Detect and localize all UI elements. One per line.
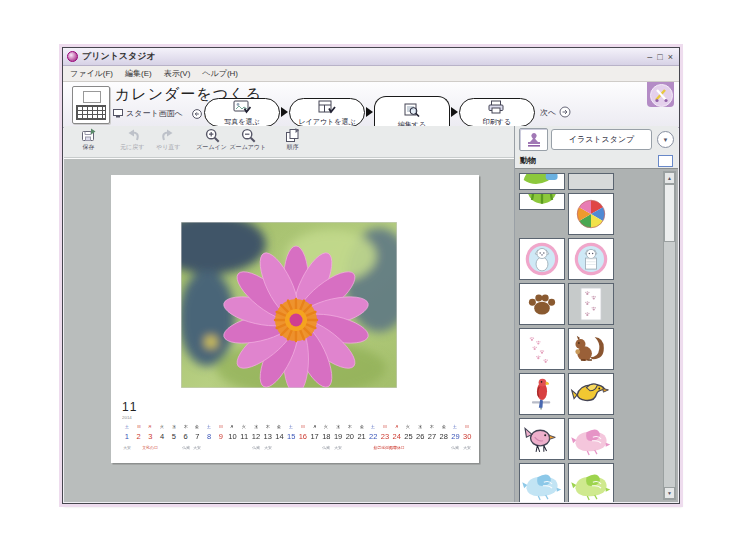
close-button[interactable]: × [668,52,673,62]
calendar-day-9: 日9 [215,424,227,458]
step-arrow-icon [281,107,288,117]
stamp-type-dropdown[interactable]: イラストスタンプ [551,129,652,150]
order-button[interactable]: 順序 [276,128,308,152]
menu-item-2[interactable]: 表示(V) [164,68,191,79]
category-list-button[interactable] [658,155,673,167]
step-layout[interactable]: レイアウトを選ぶ [289,98,365,127]
stamp-type-dropdown-button[interactable]: ▼ [657,131,674,148]
stamp-icon [526,132,542,148]
save-icon [81,128,96,143]
next-button[interactable]: 次へ [540,106,571,118]
stamp-category-label: 動物 [520,155,536,166]
redo-button: やり直す [152,128,184,152]
step-photo[interactable]: 写真を選ぶ [204,98,280,127]
calendar-day-17: 月17 [309,424,321,458]
next-circle-arrow-icon [559,106,571,118]
step-arrow-icon [366,107,373,117]
stamp-partial-wing[interactable] [519,173,565,190]
calendar-day-27: 木27 [426,424,438,458]
calendar-day-25: 火25 [403,424,415,458]
stamp-squirrel[interactable] [568,328,614,370]
zoomout-button[interactable]: ズームアウト [232,128,264,152]
title-bar[interactable]: プリントスタジオ – □ × [63,48,679,66]
calendar-day-15: 土15 [285,424,297,458]
calendar-day-29: 土29仏滅 [450,424,462,458]
calendar-page[interactable]: 11 2014 土1大安日2月3文化の日火4水5木6仏滅金7大安土8日9月10火… [111,175,479,463]
scroll-down-button[interactable]: ▼ [664,487,675,499]
calendar-day-21: 金21 [356,424,368,458]
zoomin-button[interactable]: ズームイン [196,128,228,152]
stamp-paw-trail[interactable] [568,283,614,325]
calendar-day-7: 金7大安 [191,424,203,458]
tools-badge-icon[interactable] [650,84,673,107]
stamp-pink-bird[interactable] [519,418,565,460]
calendar-date-strip: 土1大安日2月3文化の日火4水5木6仏滅金7大安土8日9月10火11水12仏滅木… [121,424,473,458]
stamp-soft-bird-pink[interactable] [568,418,614,460]
flower-photo[interactable] [181,222,397,388]
print-icon [488,100,506,118]
calendar-mode-icon [72,86,110,124]
monitor-icon [113,109,123,118]
stamp-tool-button[interactable] [519,128,548,151]
photo-icon [233,100,251,118]
edit-toolbar: 保存元に戻すやり直すズームインズームアウト順序 [64,126,514,158]
calendar-day-10: 月10 [227,424,239,458]
calendar-day-6: 木6仏滅 [180,424,192,458]
undo-icon [125,128,140,143]
calendar-day-1: 土1大安 [121,424,133,458]
calendar-day-12: 水12仏滅 [250,424,262,458]
stamp-panel: イラストスタンプ ▼ 動物 ▲ ▼ [514,126,678,502]
window-title: プリントスタジオ [82,50,647,63]
stamp-partial-melon[interactable] [519,193,565,210]
stamp-cat-badge[interactable] [568,238,614,280]
zoomin-icon [205,128,220,143]
calendar-day-5: 水5 [168,424,180,458]
calendar-day-18: 火18仏滅 [320,424,332,458]
accent-strip [647,82,674,107]
stamp-empty[interactable] [568,173,614,190]
stamp-soft-bird-green[interactable] [568,463,614,503]
calendar-day-26: 水26 [414,424,426,458]
design-canvas[interactable]: 11 2014 土1大安日2月3文化の日火4水5木6仏滅金7大安土8日9月10火… [64,158,514,502]
app-icon [67,51,78,62]
stamp-paw-print[interactable] [519,283,565,325]
minimize-button[interactable]: – [647,52,652,62]
calendar-day-22: 土22 [367,424,379,458]
order-icon [285,128,300,143]
undo-button: 元に戻す [116,128,148,152]
back-arrow-icon [192,109,202,119]
start-screen-button[interactable]: スタート画面へ [113,108,183,119]
calendar-day-30: 日30大安 [461,424,473,458]
calendar-day-19: 水19大安 [332,424,344,458]
stamp-dog-badge[interactable] [519,238,565,280]
step-print[interactable]: 印刷する [459,98,535,127]
stamp-grid: ▲ ▼ [515,168,678,502]
calendar-day-2: 日2 [133,424,145,458]
zoomout-icon [241,128,256,143]
save-button[interactable]: 保存 [72,128,104,152]
calendar-day-28: 金28 [438,424,450,458]
stamp-yellow-bird[interactable] [568,373,614,415]
menu-item-0[interactable]: ファイル(F) [70,68,113,79]
calendar-day-23: 日23勤労感謝の日 [379,424,391,458]
header: カレンダーをつくる スタート画面へ 戻る 写真を選ぶレイアウトを選ぶ編集する印刷… [63,82,679,128]
stamp-parrot[interactable] [519,373,565,415]
maximize-button[interactable]: □ [657,52,662,62]
step-arrow-icon [451,107,458,117]
scroll-up-button[interactable]: ▲ [664,172,675,184]
calendar-day-11: 火11 [238,424,250,458]
app-window: プリントスタジオ – □ × ファイル(F)編集(E)表示(V)ヘルプ(H) カ… [62,47,680,504]
calendar-day-20: 木20 [344,424,356,458]
stamp-scrollbar[interactable]: ▲ ▼ [663,171,676,500]
stamp-soft-bird-blue[interactable] [519,463,565,503]
edit-icon [403,103,421,121]
menu-item-1[interactable]: 編集(E) [125,68,152,79]
stamp-beach-ball[interactable] [568,193,614,235]
scroll-thumb[interactable] [664,184,675,242]
calendar-day-4: 火4 [156,424,168,458]
menu-item-3[interactable]: ヘルプ(H) [202,68,238,79]
calendar-day-16: 日16 [297,424,309,458]
calendar-day-14: 金14 [274,424,286,458]
stamp-paw-trail-pink[interactable] [519,328,565,370]
layout-icon [318,100,336,118]
